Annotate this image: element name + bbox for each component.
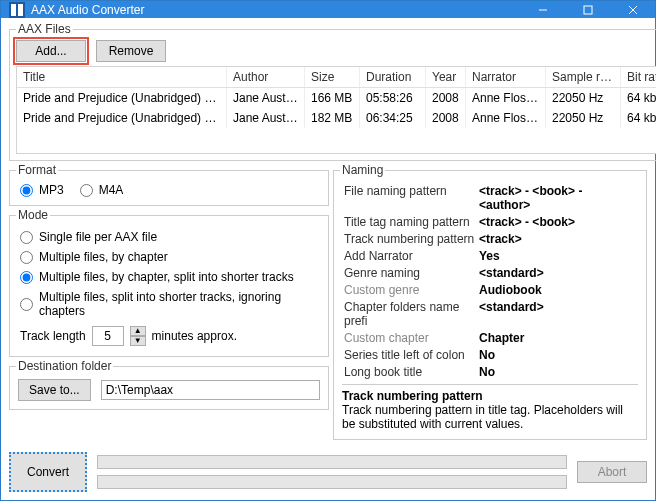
mode-option-1[interactable]: Multiple files, by chapter — [20, 250, 318, 264]
cell-bit: 64 kb/s — [621, 88, 656, 108]
naming-value[interactable]: No — [477, 347, 638, 363]
naming-help-title: Track numbering pattern — [342, 389, 638, 403]
minimize-button[interactable] — [520, 1, 565, 18]
close-button[interactable] — [610, 1, 655, 18]
format-legend: Format — [16, 163, 58, 177]
svg-rect-1 — [11, 4, 16, 16]
cell-title: Pride and Prejudice (Unabridged) Part 1 — [17, 88, 227, 108]
destination-path-input[interactable] — [101, 380, 320, 400]
tracklen-label-pre: Track length — [20, 329, 86, 343]
format-m4a[interactable]: M4A — [80, 183, 124, 197]
mode-group: Mode Single file per AAX fileMultiple fi… — [9, 208, 329, 357]
naming-value[interactable]: <standard> — [477, 265, 638, 281]
add-button[interactable]: Add... — [16, 40, 86, 62]
naming-value[interactable]: <track> - <book> — [477, 214, 638, 230]
titlebar: AAX Audio Converter — [1, 1, 655, 18]
destination-group: Destination folder Save to... — [9, 359, 329, 410]
tracklen-label-post: minutes approx. — [152, 329, 237, 343]
naming-value[interactable]: <track> — [477, 231, 638, 247]
table-row[interactable]: Pride and Prejudice (Unabridged) Part 1J… — [17, 88, 656, 108]
naming-legend: Naming — [340, 163, 385, 177]
naming-group: Naming File naming pattern<track> - <boo… — [333, 163, 647, 440]
format-mp3[interactable]: MP3 — [20, 183, 64, 197]
naming-value[interactable]: <standard> — [477, 299, 638, 329]
progress-bar-2 — [97, 475, 567, 489]
cell-author: Jane Austen — [227, 88, 305, 108]
maximize-button[interactable] — [565, 1, 610, 18]
svg-rect-2 — [18, 4, 23, 16]
tracklen-input[interactable] — [92, 326, 124, 346]
naming-label: Long book title — [342, 364, 477, 380]
app-window: AAX Audio Converter AAX Files Add... Rem… — [0, 0, 656, 501]
naming-label: Series title left of colon — [342, 347, 477, 363]
tracklen-down[interactable]: ▼ — [130, 336, 146, 346]
window-title: AAX Audio Converter — [31, 3, 520, 17]
app-icon — [9, 2, 25, 18]
naming-value[interactable]: Chapter — [477, 330, 638, 346]
cell-sample: 22050 Hz — [546, 88, 621, 108]
mode-option-3[interactable]: Multiple files, split into shorter track… — [20, 290, 318, 318]
naming-label: Title tag naming pattern — [342, 214, 477, 230]
mode-option-2[interactable]: Multiple files, by chapter, split into s… — [20, 270, 318, 284]
naming-label: File naming pattern — [342, 183, 477, 213]
naming-value[interactable]: <track> - <book> - <author> — [477, 183, 638, 213]
mode-legend: Mode — [16, 208, 50, 222]
col-narrator[interactable]: Narrator — [466, 67, 546, 87]
naming-label: Track numbering pattern — [342, 231, 477, 247]
cell-year: 2008 — [426, 88, 466, 108]
svg-rect-4 — [584, 6, 592, 14]
aax-files-group: AAX Files Add... Remove Title Author Siz… — [9, 22, 656, 161]
mode-radio-0[interactable] — [20, 231, 33, 244]
aax-files-legend: AAX Files — [16, 22, 73, 36]
col-duration[interactable]: Duration — [360, 67, 426, 87]
col-author[interactable]: Author — [227, 67, 305, 87]
naming-value[interactable]: Audiobook — [477, 282, 638, 298]
cell-sample: 22050 Hz — [546, 108, 621, 128]
tracklen-up[interactable]: ▲ — [130, 326, 146, 336]
col-year[interactable]: Year — [426, 67, 466, 87]
mode-radio-1[interactable] — [20, 251, 33, 264]
col-size[interactable]: Size — [305, 67, 360, 87]
save-to-button[interactable]: Save to... — [18, 379, 91, 401]
cell-bit: 64 kb/s — [621, 108, 656, 128]
abort-button: Abort — [577, 461, 647, 483]
col-sample[interactable]: Sample rate — [546, 67, 621, 87]
mode-radio-3[interactable] — [20, 298, 33, 311]
naming-value[interactable]: No — [477, 364, 638, 380]
naming-label: Add Narrator — [342, 248, 477, 264]
naming-value[interactable]: Yes — [477, 248, 638, 264]
cell-duration: 05:58:26 — [360, 88, 426, 108]
convert-button[interactable]: Convert — [9, 452, 87, 492]
format-group: Format MP3 M4A — [9, 163, 329, 206]
naming-label: Chapter folders name prefi — [342, 299, 477, 329]
naming-label: Custom genre — [342, 282, 477, 298]
col-bitrate[interactable]: Bit rate — [621, 67, 656, 87]
mode-radio-2[interactable] — [20, 271, 33, 284]
naming-grid[interactable]: File naming pattern<track> - <book> - <a… — [342, 183, 638, 380]
col-title[interactable]: Title — [17, 67, 227, 87]
cell-title: Pride and Prejudice (Unabridged) Part 2 — [17, 108, 227, 128]
naming-label: Genre naming — [342, 265, 477, 281]
cell-duration: 06:34:25 — [360, 108, 426, 128]
remove-button[interactable]: Remove — [96, 40, 166, 62]
cell-size: 182 MB — [305, 108, 360, 128]
cell-narrator: Anne Flosnik — [466, 88, 546, 108]
cell-size: 166 MB — [305, 88, 360, 108]
file-table[interactable]: Title Author Size Duration Year Narrator… — [16, 66, 656, 154]
cell-year: 2008 — [426, 108, 466, 128]
table-row[interactable]: Pride and Prejudice (Unabridged) Part 2J… — [17, 108, 656, 128]
progress-bar-1 — [97, 455, 567, 469]
mode-option-0[interactable]: Single file per AAX file — [20, 230, 318, 244]
format-mp3-radio[interactable] — [20, 184, 33, 197]
format-m4a-radio[interactable] — [80, 184, 93, 197]
naming-help: Track numbering pattern Track numbering … — [342, 384, 638, 431]
destination-legend: Destination folder — [16, 359, 113, 373]
cell-narrator: Anne Flosnik — [466, 108, 546, 128]
table-header: Title Author Size Duration Year Narrator… — [17, 67, 656, 88]
naming-label: Custom chapter — [342, 330, 477, 346]
naming-help-desc: Track numbering pattern in title tag. Pl… — [342, 403, 638, 431]
cell-author: Jane Austen — [227, 108, 305, 128]
